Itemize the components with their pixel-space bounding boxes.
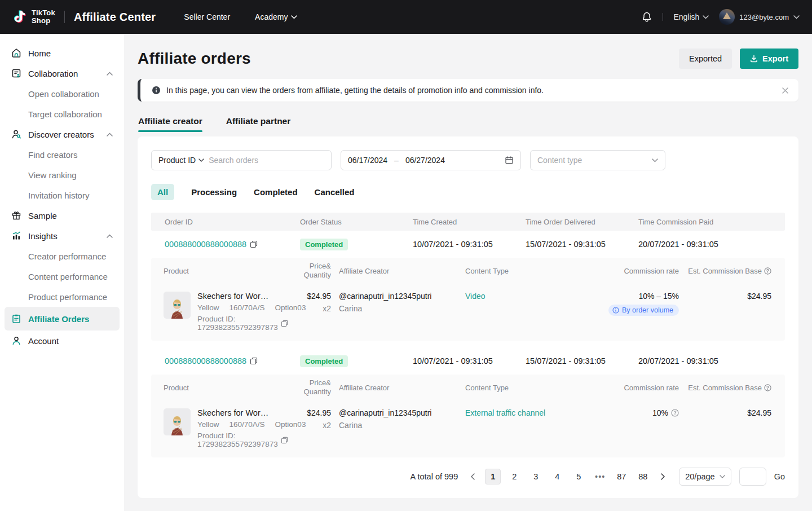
exported-button[interactable]: Exported <box>679 49 732 69</box>
sidebar-item-discover-creators[interactable]: Discover creators <box>5 124 120 144</box>
sub-col-content: Content Type <box>465 384 575 392</box>
copy-icon[interactable] <box>250 357 258 365</box>
close-icon[interactable] <box>782 87 788 94</box>
creator-name: Carina <box>339 304 457 313</box>
chevron-down-icon <box>652 158 658 162</box>
main-content: Affiliate orders Exported Export In this… <box>124 34 812 511</box>
sidebar-item-open-collaboration[interactable]: Open collaboration <box>5 83 120 104</box>
time-delivered-value: 15/07/2021 - 09:31:05 <box>526 240 638 249</box>
content-type-select[interactable]: Content type <box>530 150 665 170</box>
sub-col-content: Content Type <box>465 267 575 275</box>
order-id-cell: 000888000888000888 <box>165 240 300 249</box>
nav-seller-center[interactable]: Seller Center <box>184 12 230 21</box>
product-variant: Yellow160/70A/SOption03 <box>197 303 272 312</box>
time-created-value: 10/07/2021 - 09:31:05 <box>413 240 526 249</box>
time-commission-value: 20/07/2021 - 09:31:05 <box>638 356 771 365</box>
date-range-field[interactable]: 06/17/2024 – 06/27/2024 <box>341 150 521 170</box>
download-icon <box>750 55 758 63</box>
page-number-3[interactable]: 3 <box>528 469 544 484</box>
commission-rate-cell: 10% <box>583 408 679 448</box>
language-selector[interactable]: English <box>673 12 709 21</box>
sidebar-item-collaboration[interactable]: Collaboration <box>5 63 120 83</box>
product-quantity: x2 <box>280 304 331 313</box>
sidebar-item-content-performance[interactable]: Content performance <box>5 266 120 287</box>
content-type-link[interactable]: External traffic channel <box>465 408 545 417</box>
next-page-icon[interactable] <box>656 469 670 484</box>
home-icon <box>11 48 21 58</box>
page-number-1[interactable]: 1 <box>485 469 501 484</box>
order-id-link[interactable]: 000888000888000888 <box>165 240 246 249</box>
sidebar-item-view-ranking[interactable]: View ranking <box>5 165 120 185</box>
prev-page-icon[interactable] <box>466 469 479 484</box>
sub-col-est: Est. Commission Base <box>687 384 771 392</box>
sub-col-product: Product <box>164 384 272 392</box>
search-category-select[interactable]: Product ID <box>158 156 204 165</box>
sub-col-price-quantity: Price&Quantity <box>280 262 331 280</box>
orders-table: Order ID Order Status Time Created Time … <box>151 213 785 457</box>
order-products-group: Product Price&Quantity Affiliate Creator… <box>151 375 785 457</box>
notification-bell-icon[interactable] <box>641 11 652 23</box>
sidebar-item-home[interactable]: Home <box>5 43 120 63</box>
go-to-page-input[interactable] <box>739 468 766 486</box>
sidebar-item-insights[interactable]: Insights <box>5 226 120 246</box>
header-right-divider <box>663 13 663 21</box>
go-button[interactable]: Go <box>774 472 785 481</box>
affiliate-creator-cell: @carinaputri_in12345putri Carina <box>339 292 457 332</box>
status-badge: Completed <box>300 355 348 367</box>
content-type-link[interactable]: Video <box>465 292 486 301</box>
sidebar-item-find-creators[interactable]: Find creators <box>5 144 120 165</box>
search-input[interactable] <box>209 156 324 165</box>
top-nav: Seller Center Academy <box>184 12 297 21</box>
app-title: Affiliate Center <box>74 11 156 24</box>
order-id-cell: 000888000888000888 <box>165 356 300 365</box>
copy-icon[interactable] <box>250 240 258 248</box>
account-menu[interactable]: 123@byte.com <box>719 9 800 25</box>
more-pages-ellipsis[interactable]: ••• <box>592 469 608 484</box>
question-circle-icon[interactable] <box>764 267 771 275</box>
sidebar-item-invitation-history[interactable]: Invitation history <box>5 185 120 205</box>
question-circle-icon[interactable] <box>764 384 771 391</box>
export-button[interactable]: Export <box>740 49 798 69</box>
date-separator: – <box>394 156 399 165</box>
sidebar-item-account[interactable]: Account <box>5 331 120 351</box>
creator-handle: @carinaputri_in12345putri <box>339 408 457 417</box>
col-time-commission: Time Commission Paid <box>638 218 771 226</box>
order-search-field[interactable]: Product ID <box>151 150 332 170</box>
sidebar-item-sample[interactable]: Sample <box>5 205 120 226</box>
sub-col-price-quantity: Price&Quantity <box>280 378 331 397</box>
page-number-5[interactable]: 5 <box>571 469 586 484</box>
sidebar-item-affiliate-orders[interactable]: Affiliate Orders <box>5 307 120 331</box>
order-summary-row: 000888000888000888 Completed 10/07/2021 … <box>151 231 785 258</box>
page-number-4[interactable]: 4 <box>549 469 565 484</box>
sidebar-item-product-performance[interactable]: Product performance <box>5 287 120 307</box>
tab-affiliate-creator[interactable]: Affiliate creator <box>138 116 202 132</box>
top-header: TikTokShop Affiliate Center Seller Cente… <box>0 0 812 34</box>
order-id-link[interactable]: 000888000888000888 <box>165 356 246 365</box>
by-order-volume-badge[interactable]: By order volume <box>608 305 679 316</box>
sidebar-item-target-collaboration[interactable]: Target collaboration <box>5 104 120 124</box>
est-commission-cell: $24.95 <box>687 408 771 448</box>
banner-text: In this page, you can view the orders fr… <box>166 86 544 95</box>
sub-col-commission: Commission rate <box>583 267 679 275</box>
chevron-up-icon <box>107 234 113 238</box>
info-banner: In this page, you can view the orders fr… <box>138 79 798 102</box>
page-number-87[interactable]: 87 <box>614 469 629 484</box>
page-number-2[interactable]: 2 <box>506 469 522 484</box>
page-size-select[interactable]: 20/page <box>679 468 731 486</box>
status-tab-cancelled[interactable]: Cancelled <box>315 187 355 197</box>
tab-affiliate-partner[interactable]: Affiliate partner <box>226 116 291 132</box>
status-tab-all[interactable]: All <box>151 184 174 200</box>
product-name: Skechers for WorkCankton Athletic... <box>197 292 272 301</box>
status-tab-completed[interactable]: Completed <box>254 187 298 197</box>
question-circle-icon[interactable] <box>671 409 679 417</box>
sidebar-item-creator-performance[interactable]: Creator performance <box>5 246 120 266</box>
tiktok-note-icon <box>12 8 27 25</box>
price-quantity-cell: $24.95 x2 <box>280 292 331 332</box>
page-number-88[interactable]: 88 <box>635 469 651 484</box>
chevron-down-icon <box>703 15 709 19</box>
tiktok-shop-logo[interactable]: TikTokShop <box>12 8 55 25</box>
status-tab-processing[interactable]: Processing <box>191 187 237 197</box>
nav-academy[interactable]: Academy <box>255 12 297 21</box>
product-thumbnail <box>164 408 191 435</box>
sub-col-est: Est. Commission Base <box>687 267 771 275</box>
